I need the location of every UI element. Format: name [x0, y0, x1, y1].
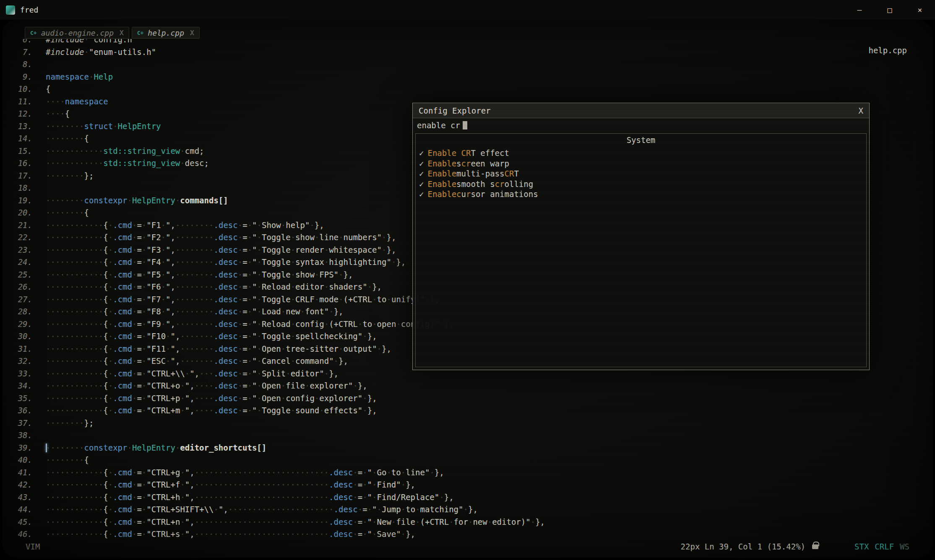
line-number: 23. — [13, 244, 46, 257]
vim-mode-indicator: VIM — [26, 542, 40, 551]
code-line[interactable]: 7.#include·"enum-utils.h" — [13, 46, 930, 59]
config-search-input[interactable]: enable cr — [413, 118, 869, 132]
code-text: ············{·.cmd·=·"CTRL+SHIFT+\\·",··… — [46, 503, 478, 516]
line-number: 41. — [13, 467, 46, 479]
code-line[interactable]: 46.············{·.cmd·=·"CTRL+s·",······… — [13, 528, 930, 541]
status-flag-crlf: CRLF — [875, 542, 894, 551]
code-line[interactable]: 8. — [13, 58, 930, 71]
line-number: 27. — [13, 293, 46, 306]
code-text: ········}; — [46, 170, 94, 182]
code-text: ············{·.cmd·=·"CTRL+o·",····.desc… — [46, 380, 367, 392]
line-number: 35. — [13, 392, 46, 405]
line-number: 8. — [13, 58, 46, 71]
code-text: ········}; — [46, 417, 94, 430]
code-text: ············std::string_view·desc; — [46, 157, 209, 170]
close-button[interactable]: × — [905, 0, 935, 20]
code-text: ········{ — [46, 454, 89, 467]
line-number: 34. — [13, 380, 46, 392]
line-number: 33. — [13, 368, 46, 380]
code-line[interactable]: 36.············{·.cmd·=·"CTRL+m·",····.d… — [13, 404, 930, 417]
modal-close-button[interactable]: X — [859, 106, 863, 115]
code-line[interactable]: 41.············{·.cmd·=·"CTRL+g·",······… — [13, 467, 930, 479]
active-filename-label: help.cpp — [868, 46, 907, 55]
code-text: ············{·.cmd·=·"ESC·",·······.desc… — [46, 355, 348, 368]
lock-icon — [812, 544, 818, 549]
code-line[interactable]: 42.············{·.cmd·=·"CTRL+f·",······… — [13, 479, 930, 491]
check-icon: ✓ — [419, 148, 424, 158]
code-line[interactable]: 9.namespace·Help — [13, 71, 930, 83]
minimize-button[interactable]: – — [844, 0, 875, 20]
match-highlight: Enable — [427, 169, 456, 179]
line-number: 18. — [13, 182, 46, 194]
crt-screen: C+ audio-engine.cpp X C+ help.cpp X help… — [2, 20, 933, 558]
code-line[interactable]: 10.{ — [13, 83, 930, 96]
maximize-button[interactable]: □ — [875, 0, 905, 20]
code-line[interactable]: 34.············{·.cmd·=·"CTRL+o·",····.d… — [13, 380, 930, 392]
code-text: ············{·.cmd·=·"F7·",········.desc… — [46, 293, 439, 306]
code-text: #include·"enum-utils.h" — [46, 46, 156, 59]
code-text: ············{·.cmd·=·"CTRL+\\·",···.desc… — [46, 368, 339, 380]
tab-help[interactable]: C+ help.cpp X — [132, 27, 200, 39]
config-results-panel: System ✓Enable CRT effect✓Enable screen … — [415, 133, 867, 367]
line-number: 44. — [13, 503, 46, 516]
line-number: 26. — [13, 281, 46, 293]
code-line[interactable]: 45.············{·.cmd·=·"CTRL+n·",······… — [13, 516, 930, 529]
config-item[interactable]: ✓Enable multi-pass CRT — [416, 169, 866, 179]
code-text: ············{·.cmd·=·"CTRL+p·",····.desc… — [46, 392, 377, 405]
window-controls: – □ × — [844, 0, 935, 20]
line-number: 19. — [13, 194, 46, 207]
status-flags: STXCRLFWS — [849, 542, 909, 551]
code-text: ············std::string_view·cmd; — [46, 145, 204, 158]
code-text: ············{·.cmd·=·"F9·",········.desc… — [46, 318, 454, 331]
item-text: u — [461, 189, 466, 200]
config-item[interactable]: ✓Enable smooth scrolling — [416, 179, 866, 189]
config-explorer-titlebar: Config Explorer X — [413, 103, 869, 118]
item-text: T — [514, 169, 518, 179]
line-number: 11. — [13, 96, 46, 108]
modal-title: Config Explorer — [419, 106, 491, 115]
line-number: 46. — [13, 528, 46, 541]
config-item[interactable]: ✓Enable cursor animations — [416, 189, 866, 200]
item-text: s — [456, 158, 461, 169]
search-query-text: enable cr — [417, 121, 460, 130]
item-text: T effect — [471, 148, 509, 158]
line-number: 30. — [13, 330, 46, 343]
code-line[interactable]: 39.········constexpr·HelpEntry·editor_sh… — [13, 442, 930, 454]
code-line[interactable]: 38. — [13, 429, 930, 442]
config-item[interactable]: ✓Enable screen warp — [416, 158, 866, 169]
line-number: 21. — [13, 219, 46, 232]
code-line[interactable]: 44.············{·.cmd·=·"CTRL+SHIFT+\\·"… — [13, 503, 930, 516]
match-highlight: Enable — [427, 189, 456, 200]
check-icon: ✓ — [419, 158, 424, 169]
line-number: 6. — [13, 39, 46, 46]
tab-close-icon[interactable]: X — [120, 29, 124, 37]
code-text: ········constexpr·HelpEntry·commands[] — [46, 194, 228, 207]
item-text: multi-pass — [456, 169, 504, 179]
code-text: ············{·.cmd·=·"F4·",········.desc… — [46, 256, 406, 269]
tab-audio-engine[interactable]: C+ audio-engine.cpp X — [25, 27, 129, 39]
code-line[interactable]: 35.············{·.cmd·=·"CTRL+p·",····.d… — [13, 392, 930, 405]
line-number: 12. — [13, 108, 46, 120]
line-number: 17. — [13, 170, 46, 182]
code-text: ············{·.cmd·=·"CTRL+g·",·········… — [46, 467, 444, 479]
status-flag-ws: WS — [900, 542, 909, 551]
config-item[interactable]: ✓Enable CRT effect — [416, 148, 866, 158]
code-line[interactable]: 6.#include·"config.h" — [13, 39, 930, 46]
line-number: 25. — [13, 269, 46, 281]
code-line[interactable]: 37.········}; — [13, 417, 930, 430]
code-line[interactable]: 43.············{·.cmd·=·"CTRL+h·",······… — [13, 491, 930, 504]
code-text: ········{ — [46, 132, 89, 145]
check-icon: ✓ — [419, 169, 424, 179]
cpp-file-icon: C+ — [137, 30, 144, 36]
code-text: ········{ — [46, 207, 89, 219]
code-text: ············{·.cmd·=·"CTRL+s·",·········… — [46, 528, 415, 541]
line-number: 31. — [13, 343, 46, 355]
line-number: 13. — [13, 120, 46, 133]
code-line[interactable]: 40.········{ — [13, 454, 930, 467]
code-text: #include·"config.h" — [46, 39, 137, 46]
match-highlight: cr — [461, 158, 471, 169]
tab-close-icon[interactable]: X — [190, 29, 194, 37]
line-number: 10. — [13, 83, 46, 96]
line-number: 28. — [13, 306, 46, 318]
code-text: ············{·.cmd·=·"CTRL+n·",·········… — [46, 516, 545, 529]
